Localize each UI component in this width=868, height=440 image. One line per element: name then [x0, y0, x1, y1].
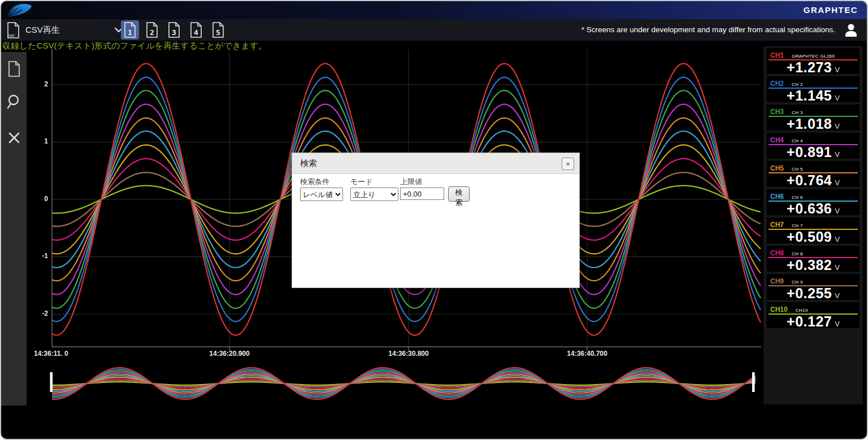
channel-name-label: CH 7 [792, 223, 803, 228]
channel-value: +0.891V [767, 144, 860, 159]
channel-value: +0.382V [767, 257, 860, 272]
channel-value-number: +0.636 [787, 201, 832, 216]
channel-value-unit: V [835, 291, 840, 300]
channel-box-ch4[interactable]: CH4CH 4+0.891V [767, 133, 860, 159]
mode-label: モード [350, 177, 373, 187]
channel-value-unit: V [835, 263, 840, 272]
channel-value-unit: V [835, 320, 840, 328]
channel-value-number: +1.273 [787, 59, 832, 75]
screenshot-stage: GRAPHTEC csv CSV再生 12345 * Screens are u… [0, 0, 868, 440]
x-tick-label: 14:36:11. 0 [34, 350, 68, 358]
brand-text: GRAPHTEC [804, 5, 858, 15]
channel-id-label: CH2 [770, 80, 784, 88]
channel-value: +1.018V [767, 116, 860, 130]
channel-name-label: CH10 [796, 308, 808, 313]
channel-value-unit: V [835, 235, 840, 243]
page-button-3[interactable]: 3 [165, 20, 183, 40]
page-file-icon: 1 [124, 22, 136, 38]
selection-handle-right[interactable] [752, 372, 755, 392]
channel-box-ch1[interactable]: CH1GRAPHTEC GL260+1.273V [767, 48, 860, 74]
page-button-1[interactable]: 1 [121, 20, 139, 40]
svg-text:1: 1 [128, 28, 132, 37]
channel-name-label: GRAPHTEC GL260 [792, 54, 835, 59]
channel-name-label: CH 6 [792, 195, 803, 200]
channel-value: +0.509V [767, 229, 860, 243]
channel-id-label: CH8 [770, 249, 784, 257]
channel-id-label: CH4 [770, 136, 784, 144]
development-note: * Screens are under development and may … [581, 25, 835, 34]
close-file-button[interactable] [1, 125, 27, 150]
menu-label: CSV再生 [25, 25, 60, 36]
channel-name-label: CH 2 [792, 82, 803, 87]
channel-box-ch10[interactable]: CH10CH10+0.127V [767, 302, 860, 328]
x-tick-label: 14:36:40.700 [567, 350, 607, 358]
channel-value-number: +0.509 [787, 229, 832, 245]
svg-text:4: 4 [194, 28, 198, 37]
csv-file-icon: csv [7, 22, 20, 38]
close-icon [8, 132, 20, 144]
channel-name-label: CH 5 [792, 167, 803, 172]
y-tick-label: -1 [28, 252, 48, 260]
channel-box-ch2[interactable]: CH2CH 2+1.145V [767, 76, 860, 102]
channel-name-label: CH 9 [792, 280, 803, 285]
search-button[interactable] [1, 89, 27, 114]
channel-id-label: CH10 [770, 306, 788, 313]
search-icon [6, 94, 22, 110]
channel-value-unit: V [835, 150, 840, 159]
page-button-4[interactable]: 4 [187, 20, 205, 40]
channel-box-ch9[interactable]: CH9CH 9+0.255V [767, 274, 860, 300]
channel-value-unit: V [835, 94, 840, 102]
user-account-icon[interactable] [843, 22, 859, 38]
channel-value-number: +1.018 [787, 116, 832, 132]
channel-box-ch8[interactable]: CH8CH 8+0.382V [767, 246, 860, 272]
svg-text:2: 2 [150, 28, 154, 37]
channel-box-ch7[interactable]: CH7CH 7+0.509V [767, 217, 860, 243]
csv-playback-menu[interactable]: csv CSV再生 [7, 21, 123, 38]
app-window: GRAPHTEC csv CSV再生 12345 * Screens are u… [0, 0, 868, 440]
channel-id-label: CH9 [770, 277, 784, 285]
channel-value-unit: V [835, 122, 840, 130]
upper-limit-input[interactable] [400, 188, 444, 200]
x-tick-label: 14:36:30.800 [388, 350, 428, 358]
channel-id-label: CH3 [770, 108, 784, 116]
y-tick-label: 0 [28, 195, 48, 203]
search-dialog-titlebar[interactable]: 検索 × [292, 153, 579, 174]
channel-value: +0.255V [767, 285, 860, 300]
top-brand-bar: GRAPHTEC [1, 1, 867, 19]
svg-text:3: 3 [172, 28, 176, 37]
channel-box-ch6[interactable]: CH6CH 6+0.636V [767, 189, 860, 215]
search-dialog: 検索 × 検索条件 モード 上限値 レベル値 立上り 検索 [292, 153, 580, 288]
page-button-2[interactable]: 2 [143, 20, 161, 40]
svg-text:csv: csv [8, 33, 15, 37]
channel-value: +1.273V [767, 59, 860, 74]
search-submit-button[interactable]: 検索 [448, 186, 470, 202]
selection-handle-left[interactable] [50, 372, 53, 392]
channel-value-unit: V [835, 66, 840, 74]
channel-box-ch3[interactable]: CH3CH 3+1.018V [767, 104, 860, 130]
page-file-icon: 2 [146, 22, 158, 38]
channel-value-number: +1.145 [787, 88, 832, 103]
channel-value-number: +0.764 [787, 172, 832, 188]
search-condition-select[interactable]: レベル値 [300, 188, 343, 201]
channel-value: +0.764V [767, 172, 860, 187]
main-toolbar: csv CSV再生 12345 * Screens are under deve… [1, 19, 867, 41]
overview-mini-chart[interactable] [27, 363, 764, 407]
dialog-close-button[interactable]: × [562, 158, 574, 170]
channel-value-unit: V [835, 207, 840, 215]
channel-value-number: +0.891 [787, 144, 832, 160]
channel-value-unit: V [835, 178, 840, 187]
page-buttons: 12345 [121, 20, 227, 40]
page-button-5[interactable]: 5 [209, 20, 227, 40]
channel-value-panel: CH1GRAPHTEC GL260+1.273VCH2CH 2+1.145VCH… [763, 46, 863, 404]
channel-name-label: CH 8 [792, 251, 803, 256]
graphtec-swoosh-logo-icon [7, 3, 33, 18]
y-tick-label: -2 [28, 310, 48, 317]
channel-id-label: CH5 [770, 164, 784, 172]
channel-box-ch5[interactable]: CH5CH 5+0.764V [767, 161, 860, 187]
open-file-button[interactable] [1, 56, 27, 81]
channel-name-label: CH 4 [792, 138, 803, 143]
y-tick-label: 1 [28, 137, 48, 145]
channel-id-label: CH6 [770, 193, 784, 201]
mode-select[interactable]: 立上り [350, 188, 398, 201]
page-file-icon: 3 [168, 22, 180, 38]
